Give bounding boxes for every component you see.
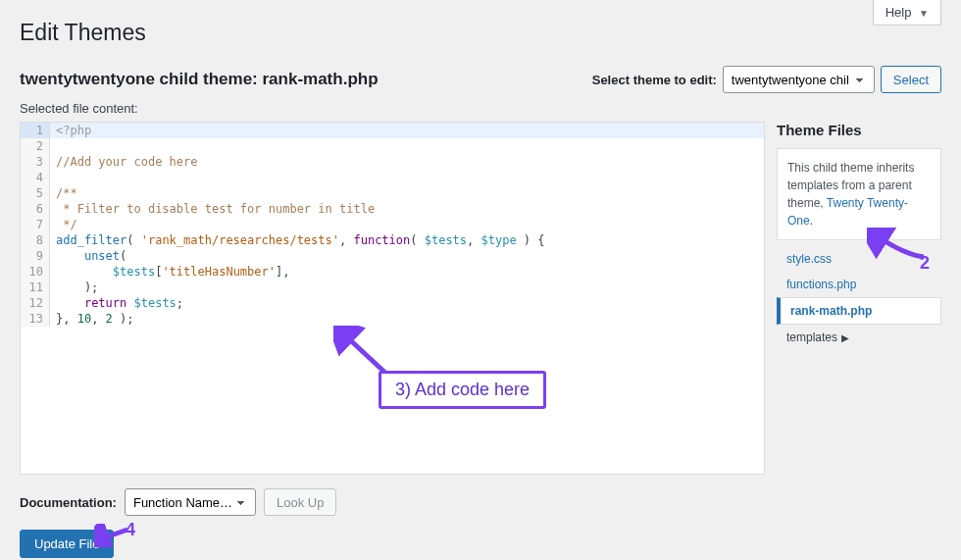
documentation-select[interactable]: Function Name… xyxy=(125,488,256,516)
line-number: 3 xyxy=(21,154,50,170)
file-item[interactable]: functions.php xyxy=(777,272,941,297)
code-content xyxy=(50,138,56,154)
code-line[interactable]: 8add_filter( 'rank_math/researches/tests… xyxy=(21,232,764,248)
code-line[interactable]: 9 unset( xyxy=(21,248,764,264)
code-content: $tests['titleHasNumber'], xyxy=(50,264,289,280)
line-number: 4 xyxy=(21,170,50,185)
file-item[interactable]: rank-math.php xyxy=(777,297,941,325)
code-line[interactable]: 12 return $tests; xyxy=(21,295,764,311)
line-number: 12 xyxy=(21,295,50,311)
line-number: 5 xyxy=(21,185,50,201)
line-number: 9 xyxy=(21,248,50,264)
line-number: 10 xyxy=(21,264,50,280)
code-content: */ xyxy=(50,217,77,232)
line-number: 13 xyxy=(21,311,50,327)
code-line[interactable]: 2 xyxy=(21,138,764,154)
code-content xyxy=(50,170,56,185)
selected-file-content-label: Selected file content: xyxy=(20,101,941,116)
line-number: 7 xyxy=(21,217,50,232)
code-content: <?php xyxy=(50,123,91,138)
chevron-right-icon: ▶ xyxy=(841,332,849,343)
line-number: 8 xyxy=(21,232,50,248)
code-line[interactable]: 6 * Filter to disable test for number in… xyxy=(21,201,764,217)
folder-item[interactable]: templates▶ xyxy=(777,325,941,350)
code-editor[interactable]: 1<?php23//Add your code here45/**6 * Fil… xyxy=(20,122,765,475)
code-line[interactable]: 4 xyxy=(21,170,764,185)
code-content: * Filter to disable test for number in t… xyxy=(50,201,375,217)
code-content: ); xyxy=(50,280,98,295)
code-line[interactable]: 13}, 10, 2 ); xyxy=(21,311,764,327)
code-line[interactable]: 3//Add your code here xyxy=(21,154,764,170)
theme-select[interactable]: twentytwentyone chil xyxy=(723,66,875,93)
code-content: return $tests; xyxy=(50,295,183,311)
code-line[interactable]: 11 ); xyxy=(21,280,764,295)
code-content: /** xyxy=(50,185,77,201)
code-content: add_filter( 'rank_math/researches/tests'… xyxy=(50,232,545,248)
documentation-label: Documentation: xyxy=(20,495,117,510)
line-number: 6 xyxy=(21,201,50,217)
theme-files-heading: Theme Files xyxy=(777,122,941,138)
page-title: Edit Themes xyxy=(20,20,941,46)
select-button[interactable]: Select xyxy=(881,66,941,93)
help-tab[interactable]: Help ▼ xyxy=(873,0,941,25)
file-item[interactable]: style.css xyxy=(777,246,941,272)
code-content: unset( xyxy=(50,248,126,264)
code-line[interactable]: 7 */ xyxy=(21,217,764,232)
file-list: style.cssfunctions.phprank-math.phptempl… xyxy=(777,246,941,350)
code-line[interactable]: 5/** xyxy=(21,185,764,201)
update-file-button[interactable]: Update File xyxy=(20,530,114,558)
line-number: 11 xyxy=(21,280,50,295)
file-heading: twentytwentyone child theme: rank-math.p… xyxy=(20,70,379,89)
code-content: //Add your code here xyxy=(50,154,198,170)
code-line[interactable]: 10 $tests['titleHasNumber'], xyxy=(21,264,764,280)
line-number: 2 xyxy=(21,138,50,154)
theme-inherit-notice: This child theme inherits templates from… xyxy=(777,148,941,240)
look-up-button[interactable]: Look Up xyxy=(264,488,336,516)
code-line[interactable]: 1<?php xyxy=(21,123,764,138)
chevron-down-icon: ▼ xyxy=(919,8,929,19)
help-label: Help xyxy=(885,5,912,20)
theme-files-sidebar: Theme Files This child theme inherits te… xyxy=(765,122,941,475)
theme-select-label: Select theme to edit: xyxy=(592,73,717,87)
code-content: }, 10, 2 ); xyxy=(50,311,134,327)
line-number: 1 xyxy=(21,123,50,138)
